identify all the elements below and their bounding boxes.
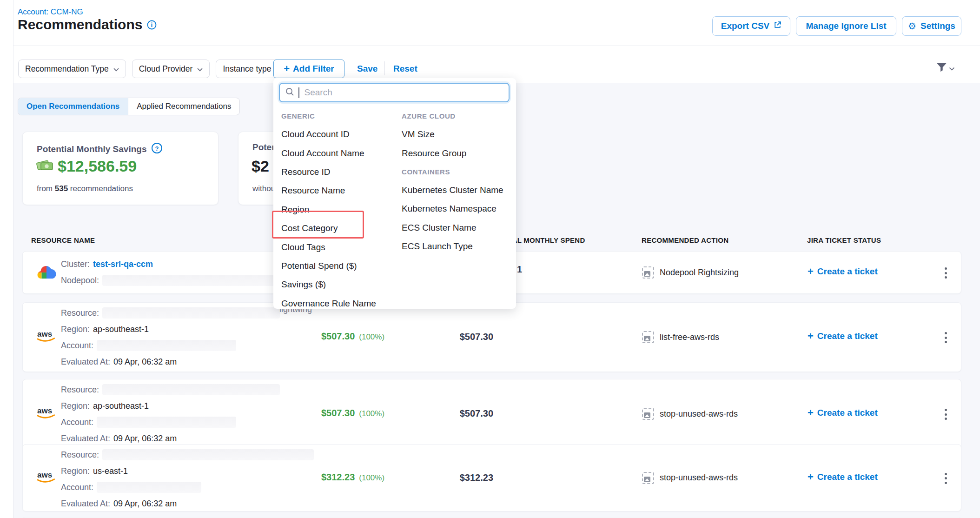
savings-card-value: $12,586.59	[36, 157, 137, 175]
recommendations-page: Account: CCM-NG Recommendations Export C…	[0, 0, 980, 518]
row-menu-kebab-icon[interactable]	[941, 407, 950, 422]
filter-option-potential-spend[interactable]: Potential Spend ($)	[281, 257, 397, 275]
detail-label: Evaluated At:	[61, 434, 110, 444]
aws-logo-icon: aws	[36, 470, 57, 486]
export-csv-button[interactable]: Export CSV	[712, 16, 790, 36]
gcp-logo-icon	[36, 264, 57, 284]
detail-value: us-east-1	[93, 466, 128, 476]
filter-section-heading-azure-cloud: AZURE CLOUD	[402, 107, 513, 125]
column-header-jira-ticket-status: JIRA TICKET STATUS	[807, 236, 881, 244]
filter-option-cloud-account-id[interactable]: Cloud Account ID	[281, 125, 397, 144]
create-ticket-label: Create a ticket	[817, 266, 878, 277]
create-ticket-label: Create a ticket	[817, 408, 878, 418]
detail-label: Account:	[61, 341, 93, 351]
plus-icon: +	[808, 332, 814, 340]
image-placeholder-icon	[642, 266, 654, 279]
recommendation-row[interactable]: awsResource:Region:ap-southeast-1Account…	[22, 379, 961, 449]
create-ticket-link[interactable]: +Create a ticket	[808, 408, 878, 418]
detail-label: Region:	[61, 325, 90, 334]
filter-option-kubernetes-namespace[interactable]: Kubernetes Namespace	[402, 199, 513, 218]
search-input[interactable]	[304, 87, 503, 98]
resource-link[interactable]: test-sri-qa-ccm	[93, 259, 153, 269]
resource-details: Resource:Region:ap-southeast-1Account:Ev…	[61, 308, 280, 373]
row1-spend-value-tail: 1	[517, 264, 522, 275]
filter-funnel-toggle[interactable]	[936, 63, 955, 74]
filter-option-kubernetes-cluster-name[interactable]: Kubernetes Cluster Name	[402, 181, 513, 199]
info-icon[interactable]	[147, 20, 157, 30]
redacted-value	[97, 340, 236, 351]
savings-sub-count: 535	[55, 184, 68, 193]
filter-chip-recommendation-type[interactable]: Recommendation Type	[18, 60, 126, 78]
filter-option-savings[interactable]: Savings ($)	[281, 275, 397, 294]
savings-amount: $507.30	[321, 331, 355, 342]
create-ticket-link[interactable]: +Create a ticket	[808, 472, 878, 482]
potential-savings-value: $507.30(100%)	[321, 408, 384, 418]
redacted-value	[97, 482, 201, 493]
row-menu-kebab-icon[interactable]	[941, 330, 950, 345]
funnel-icon	[936, 63, 947, 74]
filter-option-ecs-cluster-name[interactable]: ECS Cluster Name	[402, 219, 513, 237]
filter-option-region[interactable]: Region	[281, 200, 397, 219]
resource-details: Resource:Region:ap-southeast-1Account:Ev…	[61, 385, 280, 450]
recommended-action-label: stop-unused-aws-rds	[660, 473, 738, 483]
filter-option-cloud-account-name[interactable]: Cloud Account Name	[281, 144, 397, 162]
potential-monthly-savings-card: Potential Monthly Savings ? $12,586.59 f…	[22, 132, 219, 205]
redacted-value	[102, 449, 314, 460]
filter-options-column-cloud: AZURE CLOUDVM SizeResource GroupCONTAINE…	[402, 107, 513, 256]
filter-option-vm-size[interactable]: VM Size	[402, 125, 513, 144]
savings-percent: (100%)	[359, 409, 384, 418]
create-ticket-link[interactable]: +Create a ticket	[808, 331, 878, 341]
tab-open-recommendations[interactable]: Open Recommendations	[18, 98, 128, 115]
reset-filter-link[interactable]: Reset	[393, 64, 417, 74]
filter-option-resource-name[interactable]: Resource Name	[281, 181, 397, 200]
filter-option-cost-category[interactable]: Cost Category	[281, 219, 397, 238]
resource-details: Cluster:test-sri-qa-ccmNodepool:	[61, 259, 302, 292]
filter-option-ecs-launch-type[interactable]: ECS Launch Type	[402, 237, 513, 256]
potential-savings-value: $312.23(100%)	[321, 472, 384, 483]
page-title-text: Recommendations	[18, 17, 142, 33]
recommendations-tabs: Open Recommendations Applied Recommendat…	[18, 98, 240, 115]
filter-option-resource-id[interactable]: Resource ID	[281, 163, 397, 181]
chevron-down-icon[interactable]	[113, 64, 119, 74]
manage-ignore-list-button[interactable]: Manage Ignore List	[796, 16, 896, 36]
detail-label: Region:	[61, 401, 90, 411]
filter-chip-label: Instance type	[223, 64, 271, 74]
breadcrumb[interactable]: Account: CCM-NG	[18, 7, 83, 17]
image-placeholder-icon	[642, 331, 654, 343]
redacted-value	[102, 384, 280, 395]
filter-chip-cloud-provider[interactable]: Cloud Provider	[132, 60, 210, 78]
row-menu-kebab-icon[interactable]	[941, 471, 950, 486]
settings-label: Settings	[920, 21, 955, 31]
gear-icon: ⚙	[908, 20, 916, 32]
filter-option-resource-group[interactable]: Resource Group	[402, 144, 513, 162]
savings-amount: $12,586.59	[58, 157, 137, 175]
external-link-icon	[774, 21, 781, 31]
settings-button[interactable]: ⚙ Settings	[902, 16, 961, 36]
redacted-value	[102, 307, 280, 319]
detail-value: 09 Apr, 06:32 am	[113, 434, 177, 444]
savings-percent: (100%)	[359, 473, 384, 483]
chevron-down-icon[interactable]	[197, 64, 203, 74]
total-monthly-spend-value: $507.30	[400, 332, 493, 342]
create-ticket-link[interactable]: +Create a ticket	[808, 266, 878, 277]
filter-option-governance-rule-name[interactable]: Governance Rule Name	[281, 294, 397, 313]
recommendation-row[interactable]: awsResource:Region:ap-southeast-1Account…	[22, 302, 961, 372]
savings-card-subtext: from 535 recommendations	[37, 184, 133, 193]
filter-search-field[interactable]	[279, 83, 510, 102]
recommended-action-label: list-free-aws-rds	[660, 332, 719, 342]
add-filter-dropdown: GENERICCloud Account IDCloud Account Nam…	[273, 78, 516, 309]
column-header-resource-name: RESOURCE NAME	[31, 236, 95, 244]
recommended-action-label: Nodepool Rightsizing	[660, 268, 739, 278]
page-title: Recommendations	[18, 17, 157, 33]
detail-value: 09 Apr, 06:32 am	[113, 499, 177, 509]
add-filter-button[interactable]: + Add Filter	[273, 60, 344, 78]
savings-sub-prefix: from	[37, 184, 53, 193]
save-filter-link[interactable]: Save	[357, 64, 377, 74]
detail-label: Account:	[61, 483, 93, 492]
detail-label: Resource:	[61, 450, 99, 460]
row-menu-kebab-icon[interactable]	[941, 266, 950, 280]
recommendation-row[interactable]: awsResource:Region:us-east-1Account:Eval…	[22, 444, 961, 511]
filter-option-cloud-tags[interactable]: Cloud Tags	[281, 238, 397, 256]
tab-applied-recommendations[interactable]: Applied Recommendations	[128, 98, 239, 115]
help-icon[interactable]: ?	[151, 142, 163, 156]
